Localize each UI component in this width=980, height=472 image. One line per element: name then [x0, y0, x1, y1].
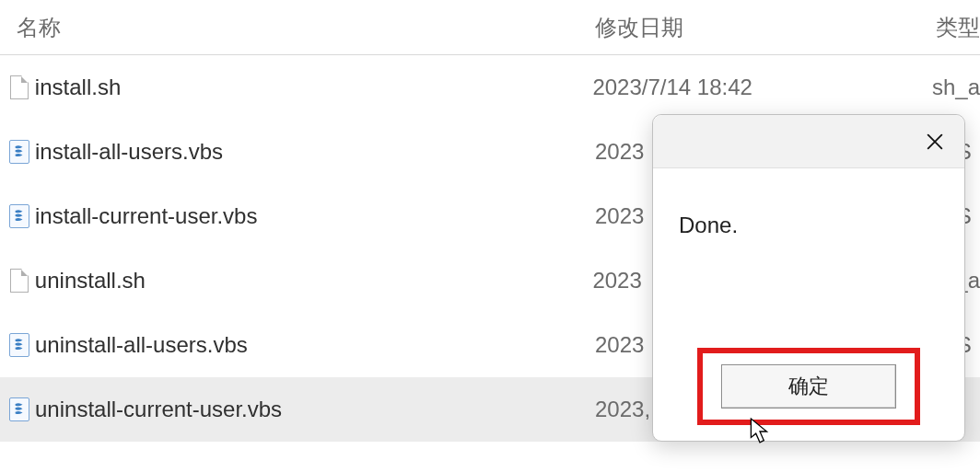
column-header-type[interactable]: 类型 — [932, 13, 980, 42]
vbs-file-icon — [0, 397, 35, 421]
file-name: uninstall-all-users.vbs — [35, 332, 589, 358]
column-header-name[interactable]: 名称 — [0, 13, 589, 42]
ok-button-highlight: 确定 — [697, 348, 920, 425]
message-dialog: Done. 确定 — [652, 114, 965, 442]
table-row[interactable]: install.sh2023/7/14 18:42sh_a — [0, 55, 980, 120]
column-header-row: 名称 修改日期 类型 — [0, 0, 980, 55]
vbs-file-icon — [0, 140, 35, 164]
ok-button[interactable]: 确定 — [721, 364, 896, 409]
close-icon[interactable] — [915, 123, 955, 160]
vbs-file-icon — [0, 333, 35, 357]
dialog-message: Done. — [653, 168, 964, 332]
file-name: uninstall-current-user.vbs — [35, 397, 589, 422]
column-header-date[interactable]: 修改日期 — [589, 13, 932, 42]
file-name: uninstall.sh — [35, 268, 588, 294]
file-date: 2023/7/14 18:42 — [587, 75, 928, 100]
dialog-titlebar — [653, 115, 964, 168]
file-name: install-current-user.vbs — [35, 203, 589, 229]
vbs-file-icon — [0, 204, 35, 228]
file-name: install-all-users.vbs — [35, 139, 589, 165]
file-type: sh_a — [928, 75, 980, 100]
plain-file-icon — [0, 269, 35, 293]
file-name: install.sh — [35, 75, 588, 100]
plain-file-icon — [0, 75, 35, 99]
dialog-footer: 确定 — [653, 332, 964, 441]
